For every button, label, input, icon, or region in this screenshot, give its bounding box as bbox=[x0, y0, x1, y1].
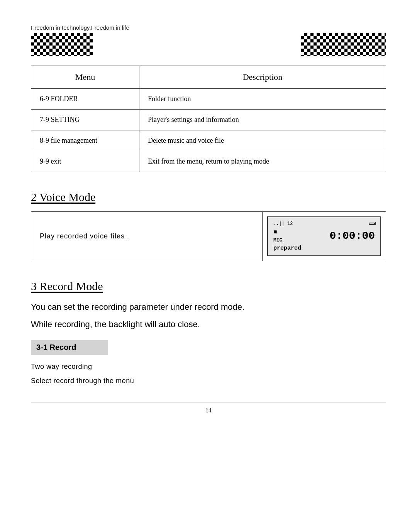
record-mode-body1: You can set the recording parameter unde… bbox=[31, 301, 386, 313]
menu-cell: 7-9 SETTING bbox=[31, 110, 139, 130]
description-cell: Folder function bbox=[139, 89, 386, 110]
menu-cell: 6-9 FOLDER bbox=[31, 89, 139, 110]
tagline: Freedom in technology,Freedom in life bbox=[31, 24, 129, 31]
lcd-status: prepared bbox=[273, 245, 375, 252]
lcd-time: 0:00:00 bbox=[329, 230, 375, 242]
voice-mode-description: Play recorded voice files . bbox=[31, 212, 263, 261]
lcd-mic-row: ■ MIC 0:00:00 bbox=[273, 228, 375, 243]
table-row: 7-9 SETTINGPlayer's settings and informa… bbox=[31, 110, 386, 130]
voice-mode-lcd-cell: ..|| 12 ■ MIC 0:00:00 prepared bbox=[263, 212, 386, 261]
header-left: Freedom in technology,Freedom in life bbox=[31, 24, 129, 56]
lcd-top-row: ..|| 12 bbox=[273, 221, 375, 226]
menu-table: Menu Description 6-9 FOLDERFolder functi… bbox=[31, 66, 386, 172]
logo-left-checkerboard bbox=[31, 33, 93, 56]
page-footer: 14 bbox=[31, 402, 386, 414]
voice-mode-heading: 2 Voice Mode bbox=[31, 191, 386, 204]
lcd-dot: ■ bbox=[273, 229, 282, 236]
menu-cell: 9-9 exit bbox=[31, 151, 139, 172]
record-line2: Select record through the menu bbox=[31, 375, 386, 387]
table-header-description: Description bbox=[139, 66, 386, 89]
header-section: Freedom in technology,Freedom in life bbox=[31, 23, 386, 56]
table-header-menu: Menu bbox=[31, 66, 139, 89]
record-mode-section: 3 Record Mode You can set the recording … bbox=[31, 280, 386, 387]
lcd-battery-icon bbox=[369, 223, 375, 225]
description-cell: Exit from the menu, return to playing mo… bbox=[139, 151, 386, 172]
logo-right-checkerboard bbox=[301, 33, 386, 56]
record-subsection-heading: 3-1 Record bbox=[31, 340, 108, 355]
lcd-mic-label: MIC bbox=[273, 237, 282, 243]
lcd-signal: ..|| 12 bbox=[273, 221, 293, 226]
voice-mode-table: Play recorded voice files . ..|| 12 ■ MI… bbox=[31, 211, 386, 261]
record-subsection: 3-1 Record Two way recording Select reco… bbox=[31, 340, 386, 387]
table-row: 6-9 FOLDERFolder function bbox=[31, 89, 386, 110]
menu-cell: 8-9 file management bbox=[31, 130, 139, 151]
description-cell: Delete music and voice file bbox=[139, 130, 386, 151]
table-row: 8-9 file managementDelete music and voic… bbox=[31, 130, 386, 151]
voice-mode-row: Play recorded voice files . ..|| 12 ■ MI… bbox=[31, 212, 386, 261]
record-mode-heading: 3 Record Mode bbox=[31, 280, 386, 293]
lcd-display: ..|| 12 ■ MIC 0:00:00 prepared bbox=[267, 216, 381, 256]
record-line1: Two way recording bbox=[31, 361, 386, 372]
record-mode-body2: While recording, the backlight will auto… bbox=[31, 318, 386, 331]
lcd-mic-area: ■ MIC bbox=[273, 228, 282, 243]
voice-mode-section: 2 Voice Mode Play recorded voice files .… bbox=[31, 191, 386, 261]
description-cell: Player's settings and information bbox=[139, 110, 386, 130]
page-number: 14 bbox=[205, 407, 212, 414]
table-row: 9-9 exitExit from the menu, return to pl… bbox=[31, 151, 386, 172]
